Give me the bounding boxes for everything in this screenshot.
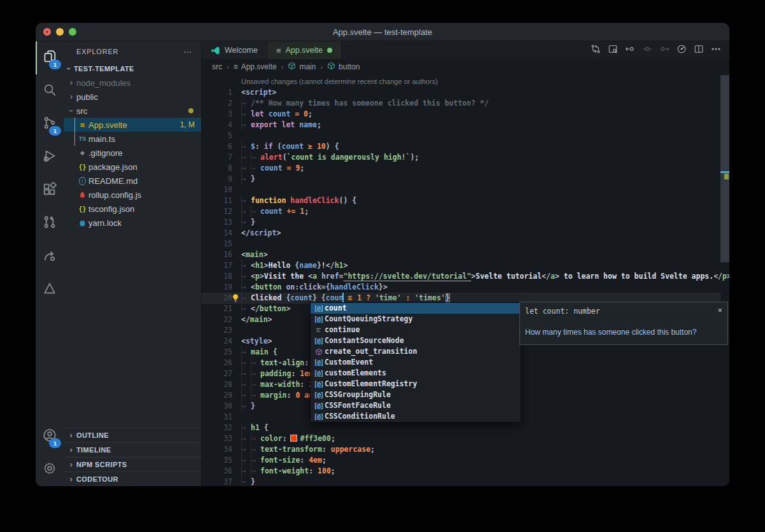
suggestion-constantsourcenode[interactable]: [@]ConstantSourceNode	[311, 335, 521, 346]
editor-scrollbar[interactable]	[720, 75, 729, 262]
code-line[interactable]: 13 →}	[202, 217, 720, 228]
explorer-button[interactable]: 1	[36, 41, 64, 74]
code-line[interactable]: 18 →<p>Visit the <a href="https://svelte…	[202, 271, 720, 282]
breadcrumb-item-app-svelte[interactable]: ≡App.svelte	[234, 62, 277, 71]
code-line[interactable]: 16 <main>	[202, 249, 720, 260]
line-number: 12	[202, 206, 232, 217]
code-line[interactable]: 1 <script>	[202, 87, 720, 98]
breadcrumb-item-src[interactable]: src	[212, 62, 222, 71]
code-line[interactable]: 5	[202, 130, 720, 141]
zoom-button[interactable]	[69, 28, 76, 36]
search-button[interactable]	[36, 74, 64, 108]
code-line[interactable]: 8 →→count = 9;	[202, 163, 720, 174]
code-line[interactable]: 7 →→alert(`count is dangerously high!`);	[202, 152, 720, 163]
suggestion-customelementregistry[interactable]: [@]CustomElementRegistry	[311, 379, 521, 389]
code-line[interactable]: 34 →→text-transform: uppercase;	[202, 444, 720, 455]
code-line[interactable]: 35 →→font-size: 4em;	[202, 455, 720, 466]
code-line[interactable]: 33 →→color: #ff3e00;	[202, 433, 720, 444]
tree-item-src[interactable]: ›src	[64, 104, 201, 118]
code-line[interactable]: 10	[202, 185, 720, 195]
tree-item-main-ts[interactable]: TSmain.ts	[64, 132, 201, 146]
color-swatch[interactable]	[291, 435, 297, 441]
code-line[interactable]: 6 →$: if (count ≥ 10) {	[202, 141, 720, 152]
open-preview-button[interactable]	[604, 41, 621, 59]
tree-item-tsconfig-json[interactable]: {}tsconfig.json	[64, 202, 201, 216]
section-npm-scripts[interactable]: › NPM SCRIPTS	[64, 457, 201, 472]
suggestion-cssfontfacerule[interactable]: [@]CSSFontFaceRule	[311, 400, 521, 411]
code-line[interactable]: 15	[202, 239, 720, 249]
github-pr-button[interactable]	[36, 207, 64, 240]
suggestion-continue[interactable]: continue	[311, 325, 521, 335]
code-line[interactable]: 9 →}	[202, 174, 720, 185]
tree-item-package-json[interactable]: {}package.json	[64, 160, 201, 174]
tree-item-yarn-lock[interactable]: yarn.lock	[64, 216, 201, 230]
tree-item-node-modules[interactable]: ›node_modules	[64, 76, 201, 90]
suggestion-cssgroupingrule[interactable]: [@]CSSGroupingRule	[311, 389, 521, 400]
breadcrumb-item-button[interactable]: button	[327, 62, 360, 72]
suggestion-create_out_transition[interactable]: create_out_transition	[311, 346, 521, 357]
close-icon[interactable]: ×	[717, 306, 722, 314]
section-outline[interactable]: › OUTLINE	[64, 428, 201, 442]
tab-app-svelte[interactable]: ≡ App.svelte	[267, 41, 342, 59]
lightbulb-icon[interactable]	[231, 293, 240, 302]
code-line[interactable]: 32 →h1 {	[202, 423, 720, 433]
suggestion-countqueuingstrategy[interactable]: [@]CountQueuingStrategy	[311, 314, 521, 325]
line-number: 2	[202, 98, 232, 109]
code-line[interactable]: 14 </script>	[202, 228, 720, 239]
code-line[interactable]: 19 →<button on:click={handleClick}>	[202, 282, 720, 293]
suggestion-count[interactable]: [@]count	[311, 303, 521, 314]
breadcrumb-item-main[interactable]: main	[288, 62, 316, 72]
current-change-button[interactable]	[638, 41, 656, 59]
tab-welcome[interactable]: Welcome	[202, 41, 267, 59]
suggestion-customevent[interactable]: [@]CustomEvent	[311, 357, 521, 368]
close-button[interactable]	[43, 28, 51, 36]
code-line[interactable]: 37 →}	[202, 477, 720, 486]
workspace-root-folder[interactable]: › TEST-TEMPLATE	[64, 62, 201, 76]
tree-item-app-svelte[interactable]: ≡App.svelte 1, M	[64, 118, 201, 132]
symbol-method-icon	[312, 348, 325, 356]
run-debug-button[interactable]	[36, 141, 64, 174]
code-line[interactable]: 11 →function handleClick() {	[202, 195, 720, 206]
title-bar[interactable]: App.svelte — test-template	[36, 23, 729, 41]
settings-button[interactable]	[36, 453, 64, 486]
live-share-button[interactable]	[36, 240, 64, 273]
tree-item-readme-md[interactable]: iREADME.md	[64, 174, 201, 188]
file-label: rollup.config.js	[88, 190, 141, 200]
line-number: 15	[202, 239, 232, 249]
code-line[interactable]: 12 →→count += 1;	[202, 206, 720, 217]
suggestion-customelements[interactable]: [@]customElements	[311, 368, 521, 379]
compare-changes-button[interactable]	[587, 41, 604, 59]
previous-change-button[interactable]	[621, 41, 638, 59]
symbol-variable-icon: [@]	[312, 303, 325, 314]
file-label: README.md	[88, 176, 137, 186]
accounts-button[interactable]: 1	[36, 420, 64, 453]
split-editor-button[interactable]	[690, 41, 707, 59]
live-share-icon	[43, 248, 57, 265]
line-number: 29	[202, 390, 232, 401]
explorer-title: EXPLORER	[76, 48, 118, 55]
heatmap-button[interactable]	[673, 41, 690, 59]
next-change-button[interactable]	[656, 41, 673, 59]
tree-item-public[interactable]: ›public	[64, 90, 201, 104]
azure-button[interactable]	[36, 273, 64, 306]
code-line[interactable]: 3 →let count = 0;	[202, 109, 720, 120]
code-editor[interactable]: Unsaved changes (cannot determine recent…	[202, 74, 729, 486]
tree-item--gitignore[interactable]: ◆.gitignore	[64, 146, 201, 160]
section-codetour[interactable]: › CODETOUR	[64, 472, 201, 486]
svelte-file-icon: ≡	[76, 120, 88, 130]
code-line[interactable]: 17 →<h1>Hello {name}!</h1>	[202, 260, 720, 271]
extensions-button[interactable]	[36, 174, 64, 207]
whitespace-tab: →	[241, 109, 251, 120]
section-timeline[interactable]: › TIMELINE	[64, 442, 201, 457]
tree-item-rollup-config-js[interactable]: rollup.config.js	[64, 188, 201, 202]
whitespace-tab: →	[251, 455, 260, 466]
views-and-more-actions-icon[interactable]: ⋯	[183, 47, 192, 57]
code-line[interactable]: 2 →/** How many times has someone clicke…	[202, 98, 720, 109]
more-actions-button[interactable]	[707, 41, 724, 59]
code-line[interactable]: 4 →export let name;	[202, 120, 720, 130]
source-control-button[interactable]: 1	[36, 108, 64, 141]
minimize-button[interactable]	[56, 28, 64, 36]
suggestion-cssconditionrule[interactable]: [@]CSSConditionRule	[311, 411, 521, 422]
code-line[interactable]: 36 →→font-weight: 100;	[202, 466, 720, 477]
tab-bar: Welcome ≡ App.svelte	[202, 41, 729, 59]
